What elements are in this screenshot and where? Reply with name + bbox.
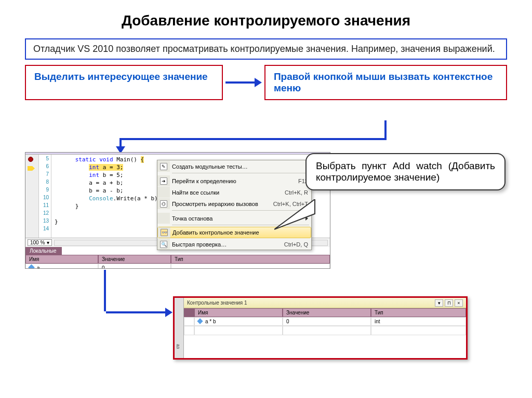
pin-icon[interactable]: ⊓: [445, 299, 453, 307]
watch-window-screenshot: аз Контрольные значения 1 ▾ ⊓ × Имя Знач…: [173, 296, 468, 360]
zoom-dropdown[interactable]: 100 %▾: [28, 239, 52, 246]
callout-add-watch: Выбрать пункт Add watch (Добавить контро…: [305, 153, 506, 190]
col-value: Значение: [98, 255, 171, 264]
col-name: Имя: [25, 255, 98, 264]
col-type: Тип: [171, 255, 330, 264]
test-icon: ✎: [160, 163, 167, 170]
locals-tab[interactable]: Локальные: [25, 247, 62, 255]
locals-row-value: 0: [98, 264, 171, 269]
watch-row-name: a * b: [194, 317, 283, 326]
menu-create-tests[interactable]: ✎ Создать модульные тесты…: [157, 160, 311, 172]
menu-go-definition[interactable]: ➔ Перейти к определениюF12: [157, 175, 311, 186]
col-value: Значение: [283, 308, 371, 317]
variable-icon: [197, 318, 203, 324]
current-line-arrow-icon: [28, 166, 35, 171]
watch-header: Имя Значение Тип: [184, 308, 466, 317]
watch-row-type: int: [371, 317, 466, 326]
watch-icon: 👓: [161, 229, 168, 236]
locals-grid: Имя Значение Тип a 0: [25, 255, 330, 269]
locals-row-name: a: [25, 264, 98, 269]
watch-titlebar: Контрольные значения 1 ▾ ⊓ ×: [184, 298, 466, 308]
watch-row[interactable]: a * b 0 int: [184, 317, 466, 326]
svg-marker-1: [313, 201, 314, 212]
watch-row-value: 0: [283, 317, 371, 326]
slide-title: Добавление контролируемого значения: [0, 0, 532, 35]
menu-find-refs[interactable]: Найти все ссылкиCtrl+K, R: [157, 186, 311, 198]
breakpoint-icon: [28, 157, 33, 162]
breakpoint-gutter: [25, 155, 39, 238]
step-1-box: Выделить интересующее значение: [25, 65, 223, 100]
hierarchy-icon: ⌬: [160, 200, 167, 208]
chevron-down-icon: ▾: [47, 240, 49, 245]
close-icon[interactable]: ×: [455, 299, 463, 307]
arrow-right-icon: [223, 65, 264, 100]
variable-icon: [28, 264, 35, 269]
col-name: Имя: [194, 308, 283, 317]
watch-title: Контрольные значения 1: [187, 300, 433, 306]
side-tab[interactable]: аз: [175, 298, 184, 358]
intro-text: Отладчик VS 2010 позволяет просматривать…: [25, 38, 507, 60]
step-row: Выделить интересующее значение Правой кн…: [25, 65, 507, 100]
quickwatch-icon: 🔍: [160, 241, 167, 248]
menu-quickwatch[interactable]: 🔍 Быстрая проверка…Ctrl+D, Q: [157, 238, 311, 250]
svg-marker-0: [274, 199, 315, 229]
step-2-box: Правой кнопкой мыши вызвать контекстное …: [264, 65, 507, 100]
col-type: Тип: [371, 308, 466, 317]
dropdown-icon[interactable]: ▾: [435, 299, 443, 307]
line-numbers: 567 8910 111213 14: [39, 155, 51, 238]
arrow-down-icon: [104, 270, 106, 311]
arrow-down-icon: [384, 120, 387, 138]
definition-icon: ➔: [160, 177, 167, 185]
watch-row-empty[interactable]: [184, 326, 466, 335]
arrow-head-right-icon: [165, 308, 172, 317]
locals-row-type: [171, 264, 330, 269]
